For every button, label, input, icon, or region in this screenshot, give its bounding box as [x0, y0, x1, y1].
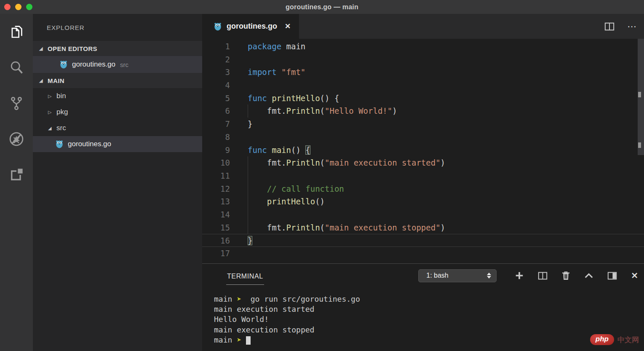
text-segment: func — [248, 94, 267, 103]
code-line-15[interactable]: 15 fmt.Println("main execution stopped") — [202, 221, 644, 234]
debug-icon[interactable] — [8, 131, 25, 147]
text-segment: () — [291, 145, 305, 155]
text-segment: printHello — [272, 94, 320, 103]
source-control-icon[interactable] — [8, 95, 25, 112]
overview-ruler-mark — [638, 142, 641, 148]
kill-terminal-icon[interactable] — [561, 271, 570, 281]
text-segment: "main execution stopped" — [325, 223, 441, 232]
text-segment: Hello World! — [214, 315, 269, 324]
terminal-panel: TERMINAL 1: bash — [202, 263, 644, 351]
terminal-content[interactable]: main ➤ go run src/goroutines.gomain exec… — [202, 287, 644, 351]
text-segment: func — [248, 145, 267, 155]
open-editor-filename: goroutines.go — [72, 60, 115, 69]
line-number: 15 — [202, 221, 230, 234]
code-text: } — [248, 234, 252, 247]
text-segment: ) — [392, 106, 397, 115]
code-line-2[interactable]: 2 — [202, 53, 644, 66]
code-line-4[interactable]: 4 — [202, 79, 644, 92]
terminal-line-2: main execution started — [214, 304, 644, 314]
code-line-6[interactable]: 6 fmt.Println("Hello World!") — [202, 104, 644, 118]
code-text: fmt.Println("Hello World!") — [248, 104, 397, 118]
text-segment: ) — [441, 223, 445, 232]
sidebar-item-src[interactable]: ◢ src — [33, 120, 202, 136]
terminal-line-5: main ➤ — [214, 335, 644, 345]
code-line-17[interactable]: 17 — [202, 247, 644, 260]
code-text: package main — [248, 40, 305, 53]
split-terminal-icon[interactable] — [538, 271, 548, 280]
code-line-5[interactable]: 5func printHello() { — [202, 92, 644, 105]
text-segment: Println — [286, 106, 320, 115]
text-segment: // call function — [248, 184, 344, 193]
workspace-label: MAIN — [48, 77, 64, 84]
sidebar-explorer: EXPLORER ◢ OPEN EDITORS goroutines.go sr… — [33, 14, 202, 351]
chevron-expanded-icon: ◢ — [39, 78, 48, 83]
code-editor[interactable]: 1package main23import "fmt"45func printH… — [202, 39, 644, 263]
tab-goroutines-go[interactable]: goroutines.go ✕ — [202, 14, 299, 39]
text-segment: ➤ — [237, 295, 241, 303]
chevron-expanded-icon: ◢ — [48, 126, 56, 131]
text-segment: main execution started — [214, 305, 314, 313]
text-segment: import — [248, 67, 277, 77]
code-line-1[interactable]: 1package main — [202, 40, 644, 53]
sidebar-item-goroutines-go[interactable]: goroutines.go — [33, 136, 202, 152]
maximize-panel-icon[interactable] — [584, 272, 593, 279]
code-line-16[interactable]: 16} — [202, 234, 644, 247]
code-line-7[interactable]: 7} — [202, 118, 644, 131]
terminal-line-4: main execution stopped — [214, 325, 644, 335]
new-terminal-icon[interactable] — [515, 271, 524, 280]
terminal-line-1: main ➤ go run src/goroutines.go — [214, 294, 644, 304]
code-line-9[interactable]: 9func main() { — [202, 144, 644, 157]
code-line-12[interactable]: 12 // call function — [202, 182, 644, 196]
code-line-11[interactable]: 11 — [202, 169, 644, 182]
terminal-cursor — [246, 336, 251, 345]
sidebar-title: EXPLORER — [33, 14, 202, 41]
tab-terminal[interactable]: TERMINAL — [226, 267, 264, 285]
code-line-3[interactable]: 3import "fmt" — [202, 66, 644, 79]
php-logo: php — [590, 334, 614, 345]
panel-header: TERMINAL 1: bash — [202, 264, 644, 287]
activity-bar — [0, 14, 33, 351]
sidebar-item-pkg[interactable]: ▷ pkg — [33, 104, 202, 120]
text-segment: Println — [286, 158, 320, 167]
open-editors-label: OPEN EDITORS — [48, 45, 97, 52]
text-segment — [277, 67, 281, 77]
editor-scrollbar[interactable] — [638, 39, 644, 155]
split-editor-icon[interactable] — [604, 22, 615, 31]
line-number: 6 — [202, 104, 230, 118]
text-segment: fmt. — [248, 106, 286, 115]
explorer-icon[interactable] — [8, 23, 25, 40]
close-panel-icon[interactable]: ✕ — [631, 271, 638, 281]
close-tab-icon[interactable]: ✕ — [285, 22, 291, 31]
text-segment: main — [214, 335, 237, 344]
code-line-10[interactable]: 10 fmt.Println("main execution started") — [202, 156, 644, 169]
search-icon[interactable] — [8, 59, 25, 76]
open-editors-header[interactable]: ◢ OPEN EDITORS — [33, 41, 202, 56]
terminal-line-3: Hello World! — [214, 314, 644, 324]
open-editor-item-goroutines-go[interactable]: goroutines.go src — [33, 56, 202, 73]
line-number: 7 — [202, 118, 230, 131]
line-number: 2 — [202, 53, 230, 66]
line-number: 13 — [202, 195, 230, 208]
code-text: fmt.Println("main execution stopped") — [248, 221, 445, 234]
text-segment: ( — [320, 158, 325, 167]
text-segment: "fmt" — [281, 67, 305, 77]
vscode-window: goroutines.go — main — [0, 0, 644, 351]
workspace-header[interactable]: ◢ MAIN — [33, 73, 202, 88]
code-line-13[interactable]: 13 printHello() — [202, 195, 644, 208]
text-segment: { — [305, 145, 310, 155]
go-gopher-icon — [60, 60, 67, 69]
text-segment: ➤ — [237, 335, 241, 344]
text-segment: Println — [286, 223, 320, 232]
move-panel-icon[interactable] — [607, 271, 617, 280]
code-line-14[interactable]: 14 — [202, 208, 644, 221]
line-number: 5 — [202, 92, 230, 105]
sidebar-item-bin[interactable]: ▷ bin — [33, 88, 202, 104]
open-editor-folder: src — [120, 61, 128, 68]
shell-selector-dropdown[interactable]: 1: bash — [418, 269, 497, 282]
more-actions-icon[interactable]: ⋯ — [627, 24, 637, 29]
go-gopher-icon — [56, 140, 63, 148]
text-segment: main execution stopped — [214, 325, 314, 334]
extensions-icon[interactable] — [8, 166, 25, 183]
code-line-8[interactable]: 8 — [202, 131, 644, 144]
text-segment: () { — [320, 94, 339, 103]
